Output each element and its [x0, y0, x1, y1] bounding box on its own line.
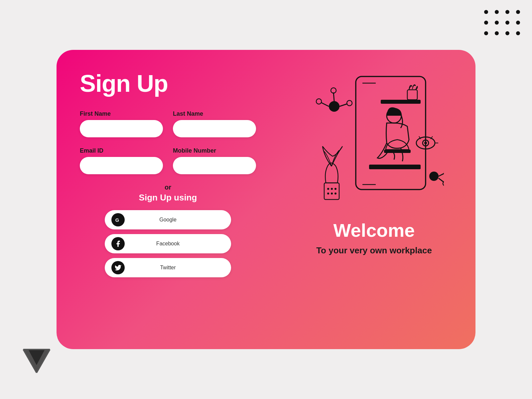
welcome-subtitle: To your very own workplace	[316, 244, 432, 256]
svg-point-30	[331, 88, 336, 93]
welcome-panel: Welcome To your very own workplace	[279, 50, 475, 349]
svg-point-39	[334, 193, 336, 195]
facebook-signup-button[interactable]: Facebook	[105, 234, 231, 253]
svg-point-35	[331, 188, 333, 190]
last-name-input[interactable]	[173, 120, 256, 137]
welcome-title: Welcome	[333, 219, 415, 241]
svg-rect-13	[369, 165, 421, 169]
mobile-group: Mobile Number	[173, 147, 256, 174]
svg-point-21	[429, 172, 439, 181]
or-divider: or	[80, 184, 256, 191]
svg-rect-9	[381, 100, 421, 104]
mobile-input[interactable]	[173, 157, 256, 174]
form-panel: Sign Up First Name Last Name Email ID Mo…	[57, 50, 279, 349]
facebook-button-label: Facebook	[125, 241, 224, 247]
svg-rect-12	[384, 150, 411, 153]
social-buttons-container: G Google Facebook	[105, 210, 231, 277]
svg-point-37	[327, 193, 329, 195]
google-button-label: Google	[125, 217, 224, 223]
google-signup-button[interactable]: G Google	[105, 210, 231, 229]
facebook-icon	[111, 237, 125, 250]
first-name-input[interactable]	[80, 120, 163, 137]
decorative-dot-grid	[484, 10, 522, 37]
svg-text:G: G	[115, 217, 119, 223]
email-input[interactable]	[80, 157, 163, 174]
first-name-label: First Name	[80, 110, 163, 117]
svg-line-27	[321, 102, 329, 106]
svg-line-22	[439, 173, 444, 176]
name-row: First Name Last Name	[80, 110, 256, 137]
google-icon: G	[111, 213, 125, 226]
svg-point-32	[347, 100, 352, 106]
twitter-button-label: Twitter	[125, 265, 224, 271]
svg-point-34	[327, 188, 329, 190]
svg-rect-10	[407, 90, 417, 100]
svg-line-29	[333, 92, 334, 101]
last-name-group: Last Name	[173, 110, 256, 137]
email-group: Email ID	[80, 147, 163, 174]
signup-card: Sign Up First Name Last Name Email ID Mo…	[57, 50, 475, 349]
twitter-icon	[111, 261, 125, 274]
first-name-group: First Name	[80, 110, 163, 137]
contact-row: Email ID Mobile Number	[80, 147, 256, 174]
svg-point-28	[316, 99, 322, 104]
twitter-signup-button[interactable]: Twitter	[105, 258, 231, 277]
svg-point-26	[329, 101, 339, 112]
svg-rect-6	[356, 76, 426, 190]
mobile-label: Mobile Number	[173, 147, 256, 154]
illustration	[304, 66, 444, 213]
sign-up-using-label: Sign Up using	[80, 193, 256, 203]
svg-rect-33	[324, 183, 339, 200]
last-name-label: Last Name	[173, 110, 256, 117]
svg-point-16	[424, 142, 427, 144]
email-label: Email ID	[80, 147, 163, 154]
brand-logo	[20, 344, 53, 379]
svg-point-36	[334, 188, 336, 190]
svg-point-38	[331, 193, 333, 195]
svg-line-31	[339, 104, 347, 106]
page-title: Sign Up	[80, 70, 256, 97]
svg-line-24	[439, 178, 444, 182]
svg-point-25	[443, 181, 444, 186]
